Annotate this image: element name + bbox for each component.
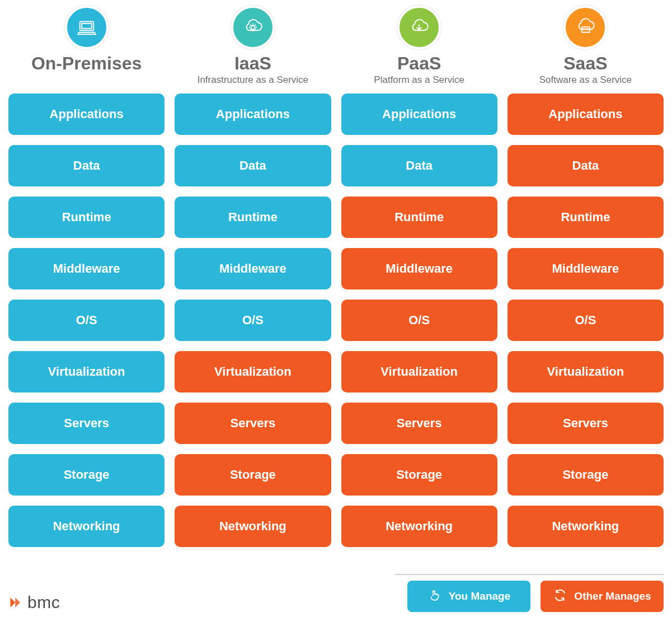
layer-cell: Runtime bbox=[507, 197, 664, 238]
column-subtitle: Software as a Service bbox=[507, 74, 664, 87]
layer-cell: Data bbox=[341, 145, 497, 186]
layer-cell: Servers bbox=[507, 403, 664, 444]
column-header-paas: PaaS Platform as a Service bbox=[341, 6, 497, 87]
column-header-iaas: IaaS Infrastructure as a Service bbox=[175, 6, 331, 87]
legend-you-manage: You Manage bbox=[407, 581, 530, 612]
diagram-footer: bmc You Manage bbox=[8, 574, 664, 612]
layer-cell: Middleware bbox=[8, 248, 165, 289]
svg-rect-1 bbox=[82, 24, 92, 29]
layer-cell: Servers bbox=[341, 403, 497, 444]
layer-cell: Servers bbox=[8, 403, 165, 444]
column-subtitle: Platform as a Service bbox=[341, 74, 497, 87]
sync-icon bbox=[553, 588, 567, 605]
layer-cell: Data bbox=[507, 145, 664, 186]
bmc-logo-text: bmc bbox=[27, 593, 60, 612]
column-subtitle: Infrastructure as a Service bbox=[175, 74, 331, 87]
legend: You Manage Other Manages bbox=[407, 581, 664, 612]
layer-cell: Runtime bbox=[341, 197, 497, 238]
bmc-logo: bmc bbox=[8, 593, 60, 612]
cloud-gear-icon bbox=[231, 6, 275, 49]
laptop-icon bbox=[65, 6, 109, 49]
cloud-download-icon bbox=[397, 6, 441, 49]
layer-cell: Virtualization bbox=[8, 351, 165, 393]
legend-other-manages: Other Manages bbox=[541, 581, 664, 612]
column-title: On-Premises bbox=[8, 54, 165, 73]
service-model-grid: On-Premises IaaS Infrastructure as a Ser… bbox=[8, 6, 664, 557]
column-title: IaaS bbox=[175, 54, 331, 73]
pointer-icon bbox=[427, 588, 442, 605]
legend-container: You Manage Other Manages bbox=[395, 574, 664, 612]
layer-cell: Middleware bbox=[507, 248, 664, 289]
layer-cell: Servers bbox=[175, 403, 331, 444]
layer-cell: Virtualization bbox=[341, 351, 497, 393]
layer-cell: Networking bbox=[507, 506, 664, 547]
layer-cell: O/S bbox=[175, 300, 331, 341]
layer-cell: Applications bbox=[507, 94, 664, 135]
layer-cell: Storage bbox=[341, 454, 497, 496]
legend-label: You Manage bbox=[449, 590, 511, 602]
column-header-saas: SaaS Software as a Service bbox=[507, 6, 664, 87]
layer-cell: Networking bbox=[8, 506, 165, 547]
bmc-logo-mark-icon bbox=[8, 595, 24, 610]
layer-cell: Applications bbox=[175, 94, 331, 135]
column-title: SaaS bbox=[507, 54, 664, 73]
layer-cell: O/S bbox=[8, 300, 165, 341]
svg-point-2 bbox=[251, 26, 255, 30]
layer-cell: Data bbox=[8, 145, 165, 186]
column-title: PaaS bbox=[341, 54, 497, 73]
layer-cell: Middleware bbox=[341, 248, 497, 289]
layer-cell: Storage bbox=[507, 454, 664, 496]
layer-cell: Virtualization bbox=[175, 351, 331, 393]
column-header-onprem: On-Premises bbox=[8, 6, 165, 87]
layer-cell: Networking bbox=[175, 506, 331, 547]
layer-cell: Applications bbox=[8, 94, 165, 135]
cloud-window-icon bbox=[563, 6, 607, 49]
layer-cell: Data bbox=[175, 145, 331, 186]
layer-cell: Applications bbox=[341, 94, 497, 135]
layer-cell: O/S bbox=[341, 300, 497, 341]
layer-cell: Storage bbox=[175, 454, 331, 496]
layer-cell: O/S bbox=[507, 300, 664, 341]
layer-cell: Runtime bbox=[175, 197, 331, 238]
layer-cell: Virtualization bbox=[507, 351, 664, 393]
legend-label: Other Manages bbox=[574, 590, 651, 602]
column-subtitle bbox=[8, 74, 165, 87]
layer-cell: Middleware bbox=[175, 248, 331, 289]
legend-divider bbox=[395, 574, 664, 575]
layer-cell: Networking bbox=[341, 506, 497, 547]
layer-cell: Runtime bbox=[8, 197, 165, 238]
layer-cell: Storage bbox=[8, 454, 165, 496]
